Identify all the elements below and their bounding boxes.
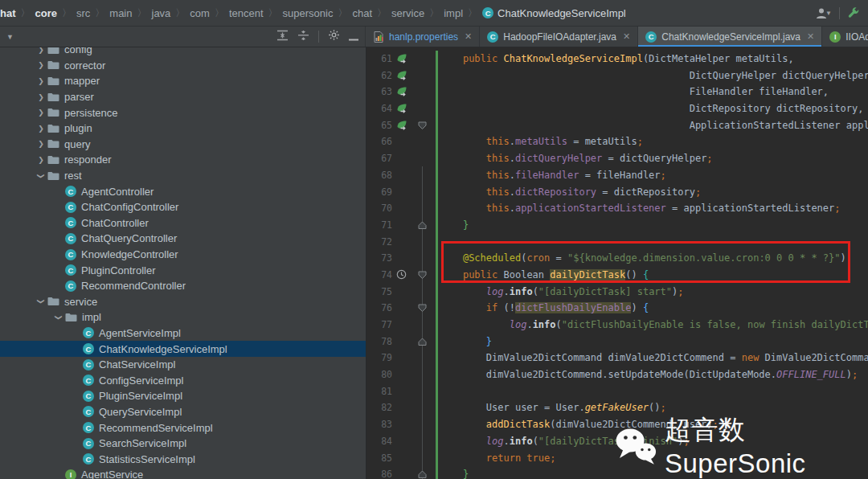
tree-item-label: mapper	[64, 75, 100, 87]
tree-item-ChatKnowledgeServiceImpl[interactable]: CChatKnowledgeServiceImpl	[0, 341, 366, 357]
spring-bean-icon[interactable]	[392, 68, 411, 84]
spring-bean-icon[interactable]	[392, 117, 411, 134]
chevron-collapsed-icon[interactable]: ❯	[35, 154, 47, 166]
tree-item-service[interactable]: ❯service	[0, 294, 366, 310]
tree-item-ChatConfigController[interactable]: CChatConfigController	[0, 199, 366, 215]
chevron-expanded-icon[interactable]: ❯	[35, 170, 47, 182]
tree-item-rest[interactable]: ❯rest	[0, 168, 366, 184]
breadcrumb-label: com	[190, 7, 210, 19]
fold-marker[interactable]	[411, 300, 432, 317]
interface-icon: I	[65, 469, 76, 479]
close-tab-icon[interactable]: ✕	[465, 31, 472, 42]
tree-item-RecommendServiceImpl[interactable]: CRecommendServiceImpl	[0, 420, 366, 436]
expand-all-icon[interactable]	[276, 30, 289, 44]
gutter-space	[392, 416, 411, 433]
fold-marker[interactable]	[411, 217, 432, 234]
tree-item-query[interactable]: ❯query	[0, 137, 366, 153]
gutter-space	[392, 284, 411, 301]
tab-HadoopFileIOAdapter.java[interactable]: CHadoopFileIOAdapter.java✕	[480, 27, 638, 47]
class-icon: C	[83, 327, 94, 338]
scheduled-method-icon[interactable]	[392, 267, 411, 284]
chevron-collapsed-icon[interactable]: ❯	[35, 59, 47, 71]
gutter-space	[392, 383, 411, 400]
spring-bean-icon[interactable]	[392, 84, 411, 100]
breadcrumb-item-supersonic[interactable]: supersonic	[283, 7, 334, 19]
code-text: public ChatKnowledgeServiceImpl(DictMeta…	[432, 51, 868, 68]
tree-item-SearchServiceImpl[interactable]: CSearchServiceImpl	[0, 436, 366, 452]
tree-item-parser[interactable]: ❯parser	[0, 89, 366, 105]
tree-item-AgentServiceImpl[interactable]: CAgentServiceImpl	[0, 325, 366, 342]
breadcrumb-item-java[interactable]: java	[152, 7, 171, 19]
tree-item-AgentService[interactable]: IAgentService	[0, 467, 366, 479]
tree-item-label: ChatController	[81, 217, 149, 229]
hide-panel-icon[interactable]	[349, 30, 358, 44]
tree-item-ChatController[interactable]: CChatController	[0, 215, 366, 231]
breadcrumb-item-main[interactable]: main	[109, 7, 132, 19]
tree-item-label: service	[64, 296, 97, 308]
spring-bean-icon[interactable]	[392, 100, 411, 117]
tree-item-PluginServiceImpl[interactable]: CPluginServiceImpl	[0, 388, 366, 404]
breadcrumb-item-chat[interactable]: chat	[352, 7, 372, 19]
settings-gear-icon[interactable]	[328, 29, 340, 44]
build-wrench-icon[interactable]	[847, 6, 860, 19]
tree-item-ChatServiceImpl[interactable]: CChatServiceImpl	[0, 357, 366, 373]
spring-bean-icon[interactable]	[392, 51, 411, 68]
line-number: 65	[366, 117, 392, 134]
line-number: 66	[366, 133, 392, 150]
tree-item-persistence[interactable]: ❯persistence	[0, 104, 366, 121]
tree-item-RecommendController[interactable]: CRecommendController	[0, 278, 366, 294]
tree-item-AgentController[interactable]: CAgentController	[0, 183, 366, 199]
tree-item-PluginController[interactable]: CPluginController	[0, 262, 366, 278]
chevron-collapsed-icon[interactable]: ❯	[35, 92, 47, 103]
chevron-collapsed-icon[interactable]: ❯	[35, 123, 47, 134]
breadcrumb-item-hat[interactable]: hat	[0, 7, 16, 19]
breadcrumb-item-tencent[interactable]: tencent	[229, 7, 264, 19]
tree-item-KnowledgeController[interactable]: CKnowledgeController	[0, 247, 366, 263]
project-view-chevron-icon[interactable]: ▼	[6, 33, 14, 41]
tree-item-label: SearchServiceImpl	[99, 437, 186, 449]
gutter-space	[392, 150, 411, 167]
gutter-space	[392, 399, 411, 416]
line-number: 61	[366, 51, 392, 68]
fold-marker[interactable]	[411, 466, 432, 479]
folder-icon	[47, 108, 59, 117]
tab-IIOAdapter.java[interactable]: IIIOAdapter.java	[822, 27, 868, 47]
breadcrumb-item-core[interactable]: core	[35, 7, 57, 19]
collapse-all-icon[interactable]	[297, 30, 309, 44]
chevron-collapsed-icon[interactable]: ❯	[35, 76, 47, 87]
tree-item-ConfigServiceImpl[interactable]: CConfigServiceImpl	[0, 372, 366, 388]
breadcrumb-item-ChatKnowledgeServiceImpl[interactable]: CChatKnowledgeServiceImpl	[482, 7, 626, 19]
tree-item-label: StatisticsServiceImpl	[99, 453, 195, 465]
tree-item-label: QueryServiceImpl	[99, 406, 182, 418]
fold-marker[interactable]	[411, 267, 432, 284]
tree-item-responder[interactable]: ❯responder	[0, 152, 366, 168]
code-text: this.applicationStartedListener = applic…	[432, 200, 868, 217]
tree-item-label: AgentService	[81, 469, 143, 479]
tab-ChatKnowledgeServiceImpl.java[interactable]: CChatKnowledgeServiceImpl.java✕	[638, 27, 822, 47]
breadcrumb-item-src[interactable]: src	[76, 7, 90, 19]
chevron-expanded-icon[interactable]: ❯	[35, 296, 47, 307]
tree-item-plugin[interactable]: ❯plugin	[0, 121, 366, 137]
chevron-collapsed-icon[interactable]: ❯	[35, 107, 47, 118]
user-account-icon[interactable]: ▼	[815, 7, 832, 19]
tree-item-mapper[interactable]: ❯mapper	[0, 73, 366, 89]
chevron-expanded-icon[interactable]: ❯	[53, 312, 64, 323]
chevron-collapsed-icon[interactable]: ❯	[35, 138, 47, 149]
tree-item-impl[interactable]: ❯impl	[0, 309, 366, 325]
tree-item-config[interactable]: ❯config	[0, 47, 366, 58]
breadcrumb-item-com[interactable]: com	[190, 7, 210, 19]
breadcrumb-item-service[interactable]: service	[391, 7, 424, 19]
fold-marker[interactable]	[411, 334, 432, 350]
close-tab-icon[interactable]: ✕	[807, 31, 814, 42]
tree-item-QueryServiceImpl[interactable]: CQueryServiceImpl	[0, 404, 366, 420]
tree-item-StatisticsServiceImpl[interactable]: CStatisticsServiceImpl	[0, 451, 366, 467]
project-tree: ❯config❯corrector❯mapper❯parser❯persiste…	[0, 47, 366, 479]
close-tab-icon[interactable]: ✕	[623, 31, 630, 42]
fold-marker[interactable]	[411, 117, 432, 134]
chevron-collapsed-icon[interactable]: ❯	[35, 47, 47, 55]
tree-item-ChatQueryController[interactable]: CChatQueryController	[0, 231, 366, 247]
breadcrumb-item-impl[interactable]: impl	[444, 7, 463, 19]
tab-hanlp.properties[interactable]: hanlp.properties✕	[366, 27, 480, 47]
folder-icon	[65, 313, 77, 322]
tree-item-corrector[interactable]: ❯corrector	[0, 58, 366, 74]
